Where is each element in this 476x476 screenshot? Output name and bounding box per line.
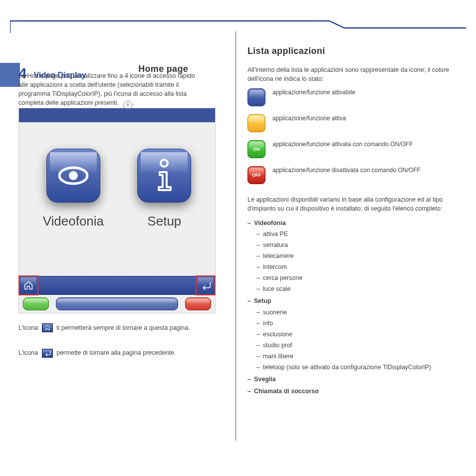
- nav-back-button[interactable]: [196, 276, 215, 295]
- menu-setup: Setup: [247, 297, 271, 304]
- bottom-green-pill[interactable]: [23, 297, 49, 310]
- mini-back-icon: [42, 349, 53, 358]
- menu-item: esclusione: [256, 331, 292, 338]
- legend-icon-red: OFF: [247, 166, 265, 184]
- menu-item: luce scale: [256, 285, 291, 292]
- tile-setup[interactable]: Setup: [137, 149, 191, 229]
- eye-icon: [46, 149, 100, 203]
- menu-item: suonerie: [256, 309, 287, 316]
- color-legend: applicazione/funzione attivabile applica…: [247, 88, 457, 184]
- column-divider: [236, 31, 236, 441]
- bottom-red-pill[interactable]: [185, 297, 211, 310]
- device-screenshot: Videofonia Setup: [18, 108, 216, 313]
- explain-home-pre: L'icona: [18, 324, 38, 331]
- menu-item: cerca persone: [256, 274, 302, 281]
- legend-icon-yellow: [247, 114, 265, 132]
- app-menu-list: Videofonia attiva PE serratura telecamer…: [247, 219, 457, 396]
- screenshot-bottom-bar: [19, 295, 215, 313]
- tile-videofonia[interactable]: Videofonia: [43, 149, 104, 229]
- menu-intro: Le applicazioni disponibili variano in b…: [247, 195, 457, 213]
- legend-text-green: applicazione/funzione attivata con coman…: [272, 140, 413, 148]
- explain-home-post: ti permetterà sempre di tornare a questa…: [56, 324, 190, 331]
- legend-text-blue: applicazione/funzione attivabile: [272, 88, 355, 96]
- menu-item: intercom: [256, 263, 287, 270]
- legend-text-red: applicazione/funzione disattivata con co…: [272, 166, 421, 174]
- menu-item: attiva PE: [256, 231, 288, 238]
- right-heading: Lista applicazioni: [247, 46, 457, 56]
- legend-row-yellow: applicazione/funzione attiva: [247, 114, 457, 132]
- screenshot-titlebar: [19, 108, 215, 122]
- left-accent-bar: [0, 63, 20, 87]
- legend-icon-blue: [247, 88, 265, 106]
- right-column: Lista applicazioni All'interno della lis…: [247, 35, 457, 398]
- legend-row-blue: applicazione/funzione attivabile: [247, 88, 457, 106]
- legend-icon-green: ON: [247, 140, 265, 158]
- menu-item: telecamere: [256, 252, 294, 259]
- legend-row-red: OFF applicazione/funzione disattivata co…: [247, 166, 457, 184]
- tile-setup-label: Setup: [147, 214, 181, 229]
- menu-item: serratura: [256, 241, 288, 248]
- menu-videofonia: Videofonia: [247, 220, 286, 227]
- left-intro-text: La Home page può visualizzare fino a 4 i…: [18, 72, 195, 106]
- legend-text-yellow: applicazione/funzione attiva: [272, 114, 346, 122]
- menu-item: info: [256, 320, 273, 327]
- mini-home-icon: [42, 323, 53, 332]
- menu-item: studio prof: [256, 342, 292, 349]
- legend-row-green: ON applicazione/funzione attivata con co…: [247, 140, 457, 158]
- left-column: 4 Video Display Home page La Home page p…: [18, 35, 218, 358]
- right-intro: All'interno della lista le applicazioni …: [247, 65, 457, 83]
- info-icon: [137, 149, 191, 203]
- nav-middle: [38, 276, 196, 295]
- list-icon: ≡: [123, 101, 132, 110]
- left-intro: La Home page può visualizzare fino a 4 i…: [18, 71, 198, 110]
- explain-back-pre: L'icona: [18, 349, 38, 356]
- nav-home-button[interactable]: [19, 276, 38, 295]
- page-top-rule: [10, 19, 466, 33]
- menu-sveglia: Sveglia: [247, 376, 276, 383]
- explain-home: L'icona ti permetterà sempre di tornare …: [18, 323, 218, 333]
- bottom-blue-pill[interactable]: [56, 297, 178, 310]
- screenshot-body: Videofonia Setup: [19, 122, 215, 261]
- menu-item: mani libere: [256, 353, 293, 360]
- svg-point-2: [161, 160, 168, 167]
- tile-videofonia-label: Videofonia: [43, 214, 104, 229]
- screenshot-navbar: [19, 276, 215, 295]
- menu-chiamata: Chiamata di soccorso: [247, 388, 319, 395]
- explain-back: L'icona permette di tornare alla pagina …: [18, 348, 218, 358]
- menu-item: teleloop (solo se attivato da configuraz…: [256, 364, 431, 371]
- svg-point-1: [69, 171, 78, 180]
- explain-back-post: permette di tornare alla pagina preceden…: [56, 349, 176, 356]
